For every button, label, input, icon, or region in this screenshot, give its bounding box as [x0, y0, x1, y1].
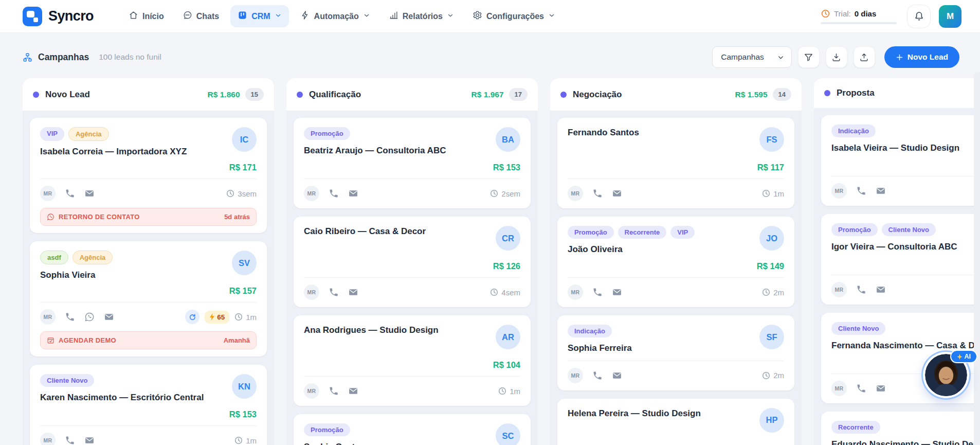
- chart-icon: [389, 10, 398, 22]
- chevron-down-icon: [548, 12, 555, 21]
- bell-icon: [914, 11, 924, 22]
- last-activity: 1m: [234, 436, 257, 445]
- brand-logo[interactable]: Syncro: [23, 7, 94, 26]
- sync-icon: [185, 310, 199, 324]
- mail-icon[interactable]: [612, 188, 622, 199]
- lead-name: Fernando Santos: [568, 127, 639, 139]
- column-header: Proposta: [814, 78, 980, 108]
- whatsapp-icon: [47, 213, 55, 221]
- owner-badge: MR: [831, 282, 847, 297]
- lead-avatar: CR: [496, 226, 520, 251]
- owner-badge: MR: [40, 309, 56, 325]
- phone-icon[interactable]: [592, 287, 603, 297]
- lead-tag: Recorrente: [618, 226, 667, 239]
- filter-button[interactable]: [798, 46, 820, 68]
- task-alert[interactable]: RETORNO DE CONTATO 5d atrás: [40, 208, 257, 226]
- kanban-column-qualificacao: Qualificação R$ 1.967 17 Promoção Beatri…: [286, 78, 538, 445]
- kanban-column-novo-lead: Novo Lead R$ 1.860 15 VIP Agência Isabel…: [23, 78, 274, 445]
- lead-card[interactable]: Indicação Sophia Ferreira SF MR 2m: [557, 315, 794, 390]
- phone-icon[interactable]: [65, 188, 75, 199]
- lead-card[interactable]: asdf Agência Sophia Vieira SV R$ 157 MR: [30, 241, 267, 357]
- mail-icon[interactable]: [876, 186, 886, 196]
- trial-label: Trial:: [834, 9, 851, 18]
- lead-card[interactable]: Ana Rodrigues — Studio Design AR R$ 104 …: [294, 315, 531, 406]
- mail-icon[interactable]: [84, 435, 95, 445]
- pipeline-select[interactable]: Campanhas: [712, 46, 792, 68]
- task-alert[interactable]: AGENDAR DEMO Amanhã: [40, 331, 257, 349]
- lead-value: R$ 149: [757, 261, 784, 271]
- phone-icon[interactable]: [65, 312, 75, 322]
- mail-icon[interactable]: [104, 312, 114, 322]
- lead-card[interactable]: Promoção Sophia Costa SC R$ 140 MR 1m: [294, 414, 531, 445]
- phone-icon[interactable]: [592, 188, 603, 199]
- stage-count-badge: 15: [245, 88, 264, 101]
- lead-card[interactable]: Helena Pereira — Studio Design HP R$ 83 …: [557, 399, 794, 445]
- lead-tag: asdf: [40, 251, 68, 264]
- nav-item-crm[interactable]: CRM: [230, 5, 288, 27]
- phone-icon[interactable]: [592, 370, 603, 381]
- stage-count-badge: 17: [509, 88, 528, 101]
- lead-card[interactable]: Indicação Isabela Vieira — Studio Design…: [821, 115, 980, 206]
- owner-badge: MR: [40, 186, 56, 201]
- phone-icon[interactable]: [329, 287, 339, 297]
- nav-item-configuracoes[interactable]: Configurações: [465, 5, 562, 27]
- lead-card[interactable]: Promoção Beatriz Araujo — Consultoria AB…: [294, 118, 531, 208]
- nav-item-inicio[interactable]: Início: [121, 5, 171, 27]
- nav-item-automacao[interactable]: Automação: [293, 5, 377, 27]
- nav-item-chats[interactable]: Chats: [175, 5, 226, 27]
- whatsapp-icon[interactable]: [84, 312, 95, 322]
- lead-card[interactable]: Recorrente Eduardo Nascimento — Studio D…: [821, 412, 980, 445]
- mail-icon[interactable]: [612, 370, 622, 381]
- lead-card[interactable]: Fernando Santos FS R$ 117 MR 1m: [557, 118, 794, 208]
- lead-card[interactable]: Promoção Cliente Novo Igor Vieira — Cons…: [821, 214, 980, 305]
- phone-icon[interactable]: [856, 284, 866, 295]
- lead-name: Igor Vieira — Consultoria ABC: [831, 241, 957, 253]
- plus-icon: [896, 54, 903, 61]
- mail-icon[interactable]: [876, 383, 886, 394]
- column-card-list: Fernando Santos FS R$ 117 MR 1m: [550, 111, 802, 445]
- lead-tag: VIP: [40, 127, 64, 141]
- last-activity: 2m: [762, 371, 784, 380]
- nav-item-relatorios[interactable]: Relatórios: [382, 5, 461, 27]
- mail-icon[interactable]: [612, 287, 622, 297]
- lead-value: R$ 157: [229, 286, 257, 296]
- lead-name: Eduardo Nascimento — Studio Desig: [831, 439, 980, 445]
- notifications-button[interactable]: [907, 5, 931, 28]
- filter-icon: [804, 52, 813, 62]
- phone-icon[interactable]: [329, 386, 339, 396]
- phone-icon[interactable]: [856, 383, 866, 394]
- mail-icon[interactable]: [876, 284, 886, 295]
- lead-card[interactable]: VIP Agência Isabela Correia — Importador…: [30, 118, 267, 233]
- user-avatar[interactable]: M: [939, 5, 961, 28]
- lead-card[interactable]: Cliente Novo Karen Nascimento — Escritór…: [30, 365, 267, 445]
- lead-tag: Promoção: [304, 127, 350, 140]
- mail-icon[interactable]: [84, 188, 95, 199]
- owner-badge: MR: [568, 186, 583, 201]
- phone-icon[interactable]: [65, 435, 75, 445]
- export-button[interactable]: [854, 46, 875, 68]
- new-lead-button[interactable]: Novo Lead: [884, 46, 959, 68]
- last-activity: 1m: [234, 313, 257, 322]
- last-activity: 1m: [762, 189, 784, 198]
- lead-tag: VIP: [670, 226, 695, 239]
- import-button[interactable]: [826, 46, 847, 68]
- lead-name: Isabela Vieira — Studio Design: [831, 143, 959, 154]
- trial-progressbar: [821, 22, 897, 24]
- lead-tag: Cliente Novo: [882, 223, 936, 236]
- lead-tag: Indicação: [568, 325, 612, 337]
- ai-assistant-button[interactable]: AI: [923, 352, 969, 398]
- mail-icon[interactable]: [348, 188, 358, 199]
- board-scrollbar[interactable]: [974, 72, 980, 445]
- page-title: Campanhas: [38, 52, 89, 63]
- phone-icon[interactable]: [329, 188, 339, 199]
- lead-card[interactable]: Promoção Recorrente VIP João Oliveira JO…: [557, 217, 794, 307]
- lead-card[interactable]: Caio Ribeiro — Casa & Decor CR R$ 126 MR…: [294, 217, 531, 307]
- mail-icon[interactable]: [348, 386, 358, 396]
- mail-icon[interactable]: [348, 287, 358, 297]
- brand-name: Syncro: [48, 8, 94, 24]
- column-card-list: VIP Agência Isabela Correia — Importador…: [23, 111, 274, 445]
- sitemap-icon: [23, 52, 32, 62]
- lead-value: R$ 171: [229, 163, 257, 172]
- phone-icon[interactable]: [856, 186, 866, 196]
- lead-tag: Agência: [68, 127, 109, 141]
